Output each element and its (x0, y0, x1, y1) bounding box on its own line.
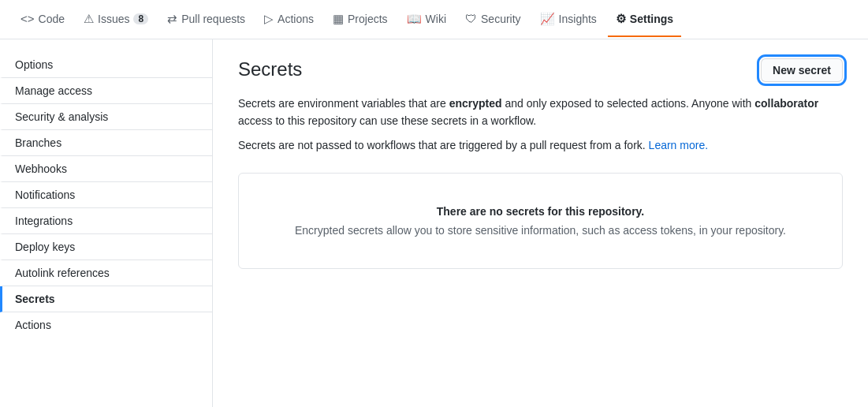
nav-issues-label: Issues (98, 13, 129, 25)
sidebar-item-options[interactable]: Options (0, 52, 212, 78)
empty-box-title: There are no secrets for this repository… (255, 205, 826, 218)
sidebar-item-integrations-label: Integrations (15, 215, 73, 227)
sidebar-item-deploy-keys-label: Deploy keys (15, 241, 75, 253)
desc-line1-after: access to this repository can use these … (238, 114, 536, 127)
empty-box-description: Encrypted secrets allow you to store sen… (255, 224, 826, 237)
layout: Options Manage access Security & analysi… (0, 39, 868, 407)
nav-insights-label: Insights (559, 13, 597, 25)
nav-projects[interactable]: ▦ Projects (325, 2, 396, 37)
sidebar-item-webhooks[interactable]: Webhooks (0, 156, 212, 182)
nav-settings-label: Settings (630, 13, 673, 25)
nav-code-label: Code (39, 13, 65, 25)
desc-line1-bold2: collaborator (754, 97, 818, 110)
desc-line1-bold1: encrypted (449, 97, 502, 110)
sidebar-item-options-label: Options (15, 58, 53, 71)
sidebar-item-security-analysis-label: Security & analysis (15, 110, 108, 123)
pullrequest-icon: ⇄ (167, 12, 177, 26)
settings-icon: ⚙ (616, 12, 626, 26)
top-nav: <> Code ⚠ Issues 8 ⇄ Pull requests ▷ Act… (0, 0, 868, 39)
sidebar-item-webhooks-label: Webhooks (15, 162, 67, 175)
nav-settings[interactable]: ⚙ Settings (608, 2, 681, 37)
sidebar-item-deploy-keys[interactable]: Deploy keys (0, 234, 212, 260)
nav-security[interactable]: 🛡 Security (457, 2, 529, 36)
main-content: Secrets New secret Secrets are environme… (213, 39, 868, 407)
sidebar-item-autolink-references-label: Autolink references (15, 267, 110, 279)
sidebar-item-security-analysis[interactable]: Security & analysis (0, 104, 212, 130)
sidebar-item-manage-access[interactable]: Manage access (0, 78, 212, 104)
nav-pullrequests[interactable]: ⇄ Pull requests (159, 2, 253, 37)
main-header: Secrets New secret (238, 58, 843, 82)
sidebar-item-notifications-label: Notifications (15, 189, 75, 201)
nav-pullrequests-label: Pull requests (181, 13, 245, 25)
sidebar-item-manage-access-label: Manage access (15, 84, 92, 97)
nav-wiki[interactable]: 📖 Wiki (399, 2, 454, 37)
security-icon: 🛡 (465, 12, 477, 25)
empty-secrets-box: There are no secrets for this repository… (238, 173, 843, 269)
nav-actions-label: Actions (278, 13, 314, 25)
nav-code[interactable]: <> Code (13, 2, 73, 36)
sidebar: Options Manage access Security & analysi… (0, 39, 213, 407)
issues-icon: ⚠ (84, 12, 94, 26)
desc-line2-before: Secrets are not passed to workflows that… (238, 139, 649, 151)
description-line2: Secrets are not passed to workflows that… (238, 136, 843, 154)
nav-projects-label: Projects (348, 13, 388, 25)
desc-line1-mid: and only exposed to selected actions. An… (502, 97, 755, 110)
nav-security-label: Security (481, 13, 521, 25)
description-line1: Secrets are environment variables that a… (238, 95, 843, 130)
wiki-icon: 📖 (407, 12, 422, 26)
projects-icon: ▦ (333, 12, 344, 26)
nav-insights[interactable]: 📈 Insights (532, 2, 605, 37)
sidebar-item-actions-label: Actions (15, 319, 51, 331)
nav-actions[interactable]: ▷ Actions (256, 2, 322, 37)
sidebar-item-actions[interactable]: Actions (0, 312, 212, 338)
sidebar-item-branches-label: Branches (15, 136, 61, 149)
nav-issues[interactable]: ⚠ Issues 8 (76, 2, 156, 37)
issues-badge: 8 (133, 13, 148, 24)
sidebar-item-secrets[interactable]: Secrets (0, 286, 212, 312)
new-secret-button[interactable]: New secret (761, 58, 843, 82)
sidebar-item-integrations[interactable]: Integrations (0, 208, 212, 234)
desc-line1-before: Secrets are environment variables that a… (238, 97, 449, 110)
page-title: Secrets (238, 58, 302, 80)
sidebar-item-secrets-label: Secrets (15, 293, 55, 305)
insights-icon: 📈 (540, 12, 555, 26)
nav-wiki-label: Wiki (426, 13, 446, 25)
learn-more-link[interactable]: Learn more. (649, 139, 708, 151)
sidebar-item-autolink-references[interactable]: Autolink references (0, 260, 212, 286)
actions-icon: ▷ (264, 12, 274, 26)
code-icon: <> (20, 12, 35, 25)
sidebar-item-branches[interactable]: Branches (0, 130, 212, 156)
sidebar-item-notifications[interactable]: Notifications (0, 182, 212, 208)
